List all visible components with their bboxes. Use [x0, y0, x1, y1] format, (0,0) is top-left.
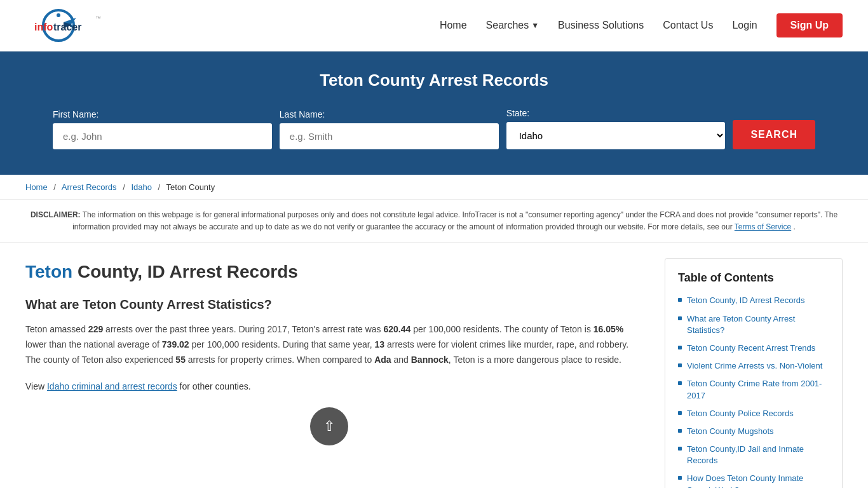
toc-bullet-icon [678, 429, 682, 433]
logo-svg: info tracer ™ [25, 6, 127, 44]
svg-point-1 [57, 13, 60, 17]
toc-item-link[interactable]: Teton County Crime Rate from 2001-2017 [687, 378, 829, 401]
toc-list-item: Teton County Police Records [678, 408, 829, 419]
violent: 13 [374, 339, 384, 349]
toc-box: Table of Contents Teton County, ID Arres… [665, 258, 843, 488]
nav-searches[interactable]: Searches ▼ [486, 20, 539, 31]
breadcrumb: Home / Arrest Records / Idaho / Teton Co… [0, 175, 868, 200]
article-title-rest: County, ID Arrest Records [72, 262, 298, 281]
chevron-down-icon: ▼ [531, 21, 539, 30]
scroll-to-top-button[interactable]: ⇧ [310, 407, 348, 445]
search-form: First Name: Last Name: State: Idaho Alab… [53, 108, 815, 149]
toc-bullet-icon [678, 411, 682, 415]
toc-item-link[interactable]: Violent Crime Arrests vs. Non-Violent [687, 360, 822, 372]
first-name-input[interactable] [53, 123, 272, 149]
breadcrumb-sep-3: / [158, 182, 161, 192]
breadcrumb-idaho[interactable]: Idaho [131, 182, 152, 192]
body4: lower than the national average of [25, 339, 162, 349]
body5: per 100,000 residents. During that same … [189, 339, 375, 349]
toc-list-item: Teton County, ID Arrest Records [678, 295, 829, 306]
toc-item-link[interactable]: What are Teton County Arrest Statistics? [687, 313, 829, 336]
toc-item-link[interactable]: Teton County,ID Jail and Inmate Records [687, 444, 829, 466]
nav-contact[interactable]: Contact Us [663, 20, 713, 31]
view-other-link[interactable]: Idaho criminal and arrest records [47, 381, 177, 391]
breadcrumb-home[interactable]: Home [25, 182, 48, 192]
breadcrumb-arrest-records[interactable]: Arrest Records [62, 182, 117, 192]
state-group: State: Idaho Alabama Alaska Arizona Arka… [506, 108, 726, 149]
city2: Bannock [411, 355, 449, 365]
body2: arrests over the past three years. Durin… [103, 324, 383, 334]
body7: arrests for property crimes. When compar… [186, 355, 374, 365]
toc-list-item: How Does Teton County Inmate Search Work… [678, 473, 829, 488]
header: info tracer ™ Home Searches ▼ Business S… [0, 0, 868, 51]
last-name-label: Last Name: [280, 109, 499, 119]
search-section: Teton County Arrest Records First Name: … [0, 51, 868, 175]
view-other-post: for other counties. [177, 381, 251, 391]
toc-list-item: Teton County Mugshots [678, 426, 829, 437]
toc-list-item: Teton County Crime Rate from 2001-2017 [678, 378, 829, 401]
svg-text:tracer: tracer [53, 22, 81, 32]
article-title-highlight: Teton [25, 262, 72, 281]
toc-list-item: Teton County,ID Jail and Inmate Records [678, 444, 829, 466]
body1: Teton amassed [25, 324, 88, 334]
national: 739.02 [162, 339, 189, 349]
toc-bullet-icon [678, 381, 682, 385]
view-other-pre: View [25, 381, 47, 391]
toc-list-item: What are Teton County Arrest Statistics? [678, 313, 829, 336]
state-select[interactable]: Idaho Alabama Alaska Arizona Arkansas Ca… [506, 122, 726, 149]
city1: Ada [374, 355, 391, 365]
toc-item-link[interactable]: Teton County Recent Arrest Trends [687, 342, 815, 354]
toc-bullet-icon [678, 476, 682, 480]
article: Teton County, ID Arrest Records What are… [13, 243, 652, 488]
toc-item-link[interactable]: Teton County, ID Arrest Records [687, 295, 804, 306]
pct: 16.05% [593, 324, 623, 334]
first-name-label: First Name: [53, 109, 272, 119]
signup-button[interactable]: Sign Up [776, 13, 843, 37]
body8: and [391, 355, 411, 365]
login-button[interactable]: Login [732, 20, 757, 31]
toc-bullet-icon [678, 346, 682, 349]
breadcrumb-sep-1: / [53, 182, 56, 192]
body3: per 100,000 residents. The county of Tet… [410, 324, 593, 334]
toc-sidebar: Table of Contents Teton County, ID Arres… [652, 243, 855, 488]
toc-list-item: Violent Crime Arrests vs. Non-Violent [678, 360, 829, 372]
breadcrumb-sep-2: / [123, 182, 125, 192]
disclaimer: DISCLAIMER: The information on this webp… [0, 200, 868, 243]
toc-bullet-icon [678, 447, 682, 451]
disclaimer-text: The information on this webpage is for g… [72, 210, 837, 231]
article-title: Teton County, ID Arrest Records [25, 262, 633, 282]
toc-title: Table of Contents [678, 271, 829, 285]
svg-text:™: ™ [95, 15, 101, 22]
state-label: State: [506, 108, 726, 118]
toc-list-item: Teton County Recent Arrest Trends [678, 342, 829, 354]
body9: , Teton is a more dangerous place to res… [449, 355, 621, 365]
article-body: Teton amassed 229 arrests over the past … [25, 322, 633, 367]
toc-bullet-icon [678, 316, 682, 320]
main-content: Teton County, ID Arrest Records What are… [0, 243, 868, 488]
breadcrumb-current: Teton County [166, 182, 215, 192]
last-name-group: Last Name: [280, 109, 499, 149]
nav-business[interactable]: Business Solutions [558, 20, 644, 31]
section1-heading: What are Teton County Arrest Statistics? [25, 297, 633, 312]
terms-of-service-link[interactable]: Terms of Service [735, 222, 791, 231]
main-nav: Home Searches ▼ Business Solutions Conta… [440, 13, 843, 37]
toc-item-link[interactable]: Teton County Police Records [687, 408, 794, 419]
disclaimer-label: DISCLAIMER: [31, 210, 81, 219]
last-name-input[interactable] [280, 123, 499, 149]
search-button[interactable]: SEARCH [733, 120, 815, 149]
svg-text:info: info [34, 22, 53, 32]
logo: info tracer ™ [25, 6, 127, 44]
disclaimer-suffix: . [794, 222, 796, 231]
rate: 620.44 [384, 324, 411, 334]
nav-home[interactable]: Home [440, 20, 467, 31]
toc-bullet-icon [678, 363, 682, 367]
toc-item-link[interactable]: Teton County Mugshots [687, 426, 774, 437]
view-other: View Idaho criminal and arrest records f… [25, 379, 633, 395]
arrests-count: 229 [88, 324, 103, 334]
page-title: Teton County Arrest Records [25, 71, 843, 90]
property: 55 [175, 355, 186, 365]
toc-bullet-icon [678, 298, 682, 302]
toc-item-link[interactable]: How Does Teton County Inmate Search Work… [687, 473, 829, 488]
first-name-group: First Name: [53, 109, 272, 149]
toc-list: Teton County, ID Arrest RecordsWhat are … [678, 295, 829, 488]
